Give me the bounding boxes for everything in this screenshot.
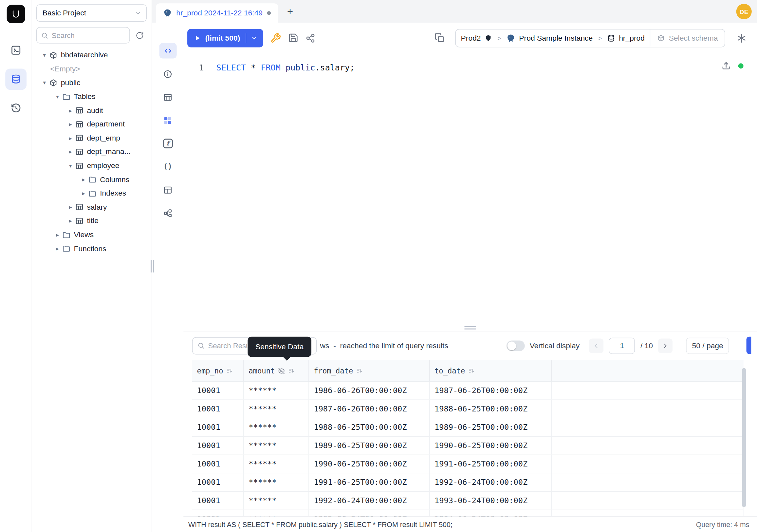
chevron-right-icon[interactable]	[67, 204, 74, 210]
tree-item-columns[interactable]: Columns	[31, 172, 152, 186]
tree-item-employee[interactable]: employee	[31, 159, 152, 172]
tab-hr-prod[interactable]: hr_prod 2024-11-22 16:49	[156, 3, 278, 23]
tree-item-tables[interactable]: Tables	[31, 90, 152, 104]
eye-off-icon[interactable]	[278, 367, 285, 374]
panel-toggle-button[interactable]	[746, 337, 751, 354]
sort-icon[interactable]	[356, 367, 363, 374]
save-icon[interactable]	[285, 29, 302, 47]
info-icon[interactable]	[159, 66, 176, 81]
results-scrollbar[interactable]	[742, 368, 746, 508]
sql-schema: public	[286, 63, 315, 73]
ai-assistant-icon[interactable]	[733, 29, 750, 47]
bytebase-logo[interactable]	[7, 5, 25, 23]
sql-editor-nav-icon[interactable]	[5, 40, 26, 61]
sort-icon[interactable]	[227, 367, 233, 374]
chevron-down-icon[interactable]	[41, 52, 48, 58]
user-avatar[interactable]: DE	[736, 4, 752, 19]
sort-icon[interactable]	[469, 367, 475, 374]
refresh-icon[interactable]	[132, 28, 147, 43]
cell-emp-no: 10001	[192, 510, 244, 516]
export-icon[interactable]	[721, 61, 731, 71]
cell-to-date: 1989-06-25T00:00:00Z	[430, 418, 552, 436]
column-header-emp-no[interactable]: emp_no	[192, 360, 244, 381]
schema-diagram-icon[interactable]	[159, 205, 176, 221]
table-panel-icon[interactable]	[159, 89, 176, 105]
chevron-right-icon[interactable]	[67, 218, 74, 224]
sql-editor-area[interactable]: 1 SELECT * FROM public.salary;	[183, 53, 757, 331]
cell-emp-no: 10001	[192, 418, 244, 436]
chevron-right-icon[interactable]	[67, 121, 74, 127]
parentheses-glyph: ()	[164, 162, 172, 171]
copy-connection-icon[interactable]	[431, 29, 448, 47]
run-query-button[interactable]: (limit 500)	[187, 29, 263, 47]
tree-item-indexes[interactable]: Indexes	[31, 186, 152, 200]
chevron-right-icon[interactable]	[80, 176, 87, 182]
history-nav-icon[interactable]	[5, 98, 26, 119]
chevron-down-icon[interactable]	[67, 163, 74, 169]
page-number-input[interactable]	[609, 337, 635, 354]
tree-item-functions[interactable]: Functions	[31, 242, 152, 256]
connection-breadcrumb: Prod2 > Prod Sample Instance	[455, 29, 725, 47]
tree-item-dept-manager[interactable]: dept_mana...	[31, 145, 152, 159]
database-nav-icon[interactable]	[5, 69, 26, 90]
cell-amount-masked: ******	[244, 492, 309, 510]
tree-item-title[interactable]: title	[31, 214, 152, 228]
prev-page-button[interactable]	[590, 338, 604, 353]
sort-icon[interactable]	[288, 367, 295, 374]
tree-item-views[interactable]: Views	[31, 228, 152, 242]
table-icon	[75, 162, 83, 170]
function-panel-icon[interactable]: f	[159, 136, 176, 151]
panel-resize-handle[interactable]	[464, 326, 476, 329]
breadcrumb-environment[interactable]: Prod2	[455, 29, 497, 47]
sidebar-resize-handle[interactable]	[151, 260, 154, 272]
tree-item-salary[interactable]: salary	[31, 200, 152, 214]
chevron-right-icon[interactable]	[54, 232, 61, 238]
table-icon	[75, 134, 83, 142]
search-icon	[197, 342, 205, 349]
chevron-right-icon[interactable]	[54, 246, 61, 252]
schema-icon	[49, 78, 57, 87]
play-icon	[194, 34, 201, 41]
code-view-icon[interactable]	[159, 43, 176, 58]
admin-wrench-icon[interactable]	[267, 29, 285, 47]
chevron-right-icon[interactable]	[67, 149, 74, 155]
table-icon	[75, 120, 83, 128]
table-icon	[75, 107, 83, 115]
table-row: 10001 ****** 1989-06-25T00:00:00Z 1990-0…	[192, 437, 743, 455]
tree-item-public[interactable]: public	[31, 76, 152, 90]
external-table-icon[interactable]	[159, 182, 176, 198]
select-schema-button[interactable]: Select schema	[650, 29, 725, 47]
tree-item-bbdataarchive[interactable]: bbdataarchive	[31, 48, 152, 62]
column-header-amount[interactable]: amount	[244, 360, 309, 381]
column-header-to-date[interactable]: to_date	[430, 360, 552, 381]
tree-item-department[interactable]: department	[31, 117, 152, 131]
share-icon[interactable]	[302, 29, 319, 47]
tree-item-audit[interactable]: audit	[31, 104, 152, 117]
breadcrumb-database[interactable]: hr_prod	[602, 29, 650, 47]
er-diagram-icon[interactable]	[159, 113, 176, 128]
cell-from-date: 1987-06-26T00:00:00Z	[309, 400, 430, 418]
results-table-header: emp_no amount from_date	[192, 360, 743, 382]
chevron-right-icon[interactable]	[67, 108, 74, 113]
column-header-from-date[interactable]: from_date	[309, 360, 430, 381]
chevron-down-icon[interactable]	[54, 94, 61, 100]
chevron-right-icon[interactable]	[80, 190, 87, 196]
select-schema-label: Select schema	[669, 33, 718, 42]
tree-item-dept-emp[interactable]: dept_emp	[31, 131, 152, 145]
environment-label: Prod2	[461, 33, 481, 42]
folder-icon	[62, 231, 71, 239]
add-tab-button[interactable]: +	[283, 4, 297, 19]
procedure-panel-icon[interactable]: ()	[159, 159, 176, 174]
chevron-right-icon[interactable]	[67, 135, 74, 141]
breadcrumb-instance[interactable]: Prod Sample Instance	[501, 29, 598, 47]
chevron-down-icon[interactable]	[41, 80, 48, 86]
project-select[interactable]: Basic Project	[36, 4, 147, 22]
vertical-display-toggle[interactable]	[506, 340, 525, 351]
next-page-button[interactable]	[658, 338, 673, 353]
run-button-divider	[246, 33, 246, 43]
sidebar-search-input[interactable]	[52, 31, 125, 39]
database-label: hr_prod	[619, 33, 645, 42]
page-size-select[interactable]: 50 / page	[686, 337, 729, 354]
cell-amount-masked: ******	[244, 382, 309, 400]
sql-editor-app: Basic Project bbdataarchive	[0, 0, 757, 532]
